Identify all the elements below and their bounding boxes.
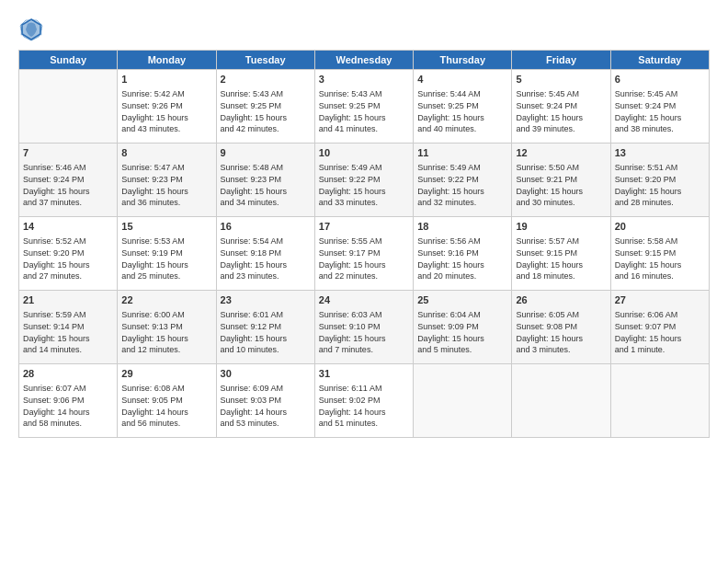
day-info: Sunset: 9:14 PM — [23, 321, 113, 333]
day-info: Daylight: 14 hours — [319, 407, 409, 419]
day-info: Daylight: 15 hours — [221, 333, 311, 345]
calendar-cell: 25Sunrise: 6:04 AMSunset: 9:09 PMDayligh… — [414, 291, 512, 364]
day-info: Sunset: 9:06 PM — [23, 395, 113, 407]
calendar-cell: 30Sunrise: 6:09 AMSunset: 9:03 PMDayligh… — [216, 364, 314, 438]
day-info: and 32 minutes. — [417, 197, 507, 209]
calendar-cell: 4Sunrise: 5:44 AMSunset: 9:25 PMDaylight… — [414, 70, 512, 144]
day-info: Sunset: 9:07 PM — [615, 321, 705, 333]
day-number: 27 — [615, 293, 705, 307]
day-info: Sunrise: 6:09 AM — [221, 383, 311, 395]
day-number: 31 — [319, 367, 409, 381]
day-info: Sunrise: 5:47 AM — [121, 162, 211, 174]
day-info: Daylight: 15 hours — [516, 112, 606, 124]
calendar-week: 7Sunrise: 5:46 AMSunset: 9:24 PMDaylight… — [19, 144, 710, 217]
day-info: Sunrise: 6:04 AM — [417, 309, 507, 321]
day-number: 21 — [23, 293, 113, 307]
day-header: Thursday — [414, 51, 512, 70]
calendar-cell: 18Sunrise: 5:56 AMSunset: 9:16 PMDayligh… — [414, 217, 512, 291]
day-info: Sunset: 9:15 PM — [516, 247, 606, 259]
calendar-cell: 5Sunrise: 5:45 AMSunset: 9:24 PMDaylight… — [512, 70, 610, 144]
day-info: Daylight: 15 hours — [319, 112, 409, 124]
day-info: and 43 minutes. — [121, 123, 211, 135]
calendar-cell: 28Sunrise: 6:07 AMSunset: 9:06 PMDayligh… — [19, 364, 118, 438]
day-info: Sunset: 9:03 PM — [221, 395, 311, 407]
header-row: SundayMondayTuesdayWednesdayThursdayFrid… — [19, 51, 710, 70]
day-info: Sunrise: 6:07 AM — [23, 383, 113, 395]
day-info: Sunset: 9:25 PM — [319, 100, 409, 112]
day-info: Daylight: 15 hours — [121, 333, 211, 345]
calendar-cell: 19Sunrise: 5:57 AMSunset: 9:15 PMDayligh… — [512, 217, 610, 291]
day-info: and 33 minutes. — [319, 197, 409, 209]
calendar-week: 1Sunrise: 5:42 AMSunset: 9:26 PMDaylight… — [19, 70, 710, 144]
calendar-cell — [19, 70, 118, 144]
calendar-cell: 31Sunrise: 6:11 AMSunset: 9:02 PMDayligh… — [314, 364, 413, 438]
day-info: Sunset: 9:25 PM — [417, 100, 507, 112]
day-info: Sunset: 9:24 PM — [516, 100, 606, 112]
day-info: Daylight: 15 hours — [615, 112, 705, 124]
day-number: 14 — [23, 220, 113, 234]
day-number: 17 — [319, 220, 409, 234]
day-info: Sunrise: 5:48 AM — [221, 162, 311, 174]
day-info: Sunrise: 5:49 AM — [417, 162, 507, 174]
calendar-cell: 3Sunrise: 5:43 AMSunset: 9:25 PMDaylight… — [314, 70, 413, 144]
day-info: Sunrise: 6:01 AM — [221, 309, 311, 321]
day-info: Sunrise: 5:43 AM — [221, 88, 311, 100]
day-info: Sunset: 9:17 PM — [319, 247, 409, 259]
header — [18, 17, 710, 42]
day-info: Sunset: 9:23 PM — [121, 174, 211, 186]
day-info: Sunset: 9:24 PM — [23, 174, 113, 186]
day-info: and 42 minutes. — [221, 123, 311, 135]
calendar-cell: 24Sunrise: 6:03 AMSunset: 9:10 PMDayligh… — [314, 291, 413, 364]
day-info: and 10 minutes. — [221, 344, 311, 356]
calendar-cell: 2Sunrise: 5:43 AMSunset: 9:25 PMDaylight… — [216, 70, 314, 144]
calendar-cell: 15Sunrise: 5:53 AMSunset: 9:19 PMDayligh… — [118, 217, 216, 291]
day-info: Daylight: 14 hours — [121, 407, 211, 419]
day-header: Tuesday — [216, 51, 314, 70]
day-info: Sunset: 9:09 PM — [417, 321, 507, 333]
day-number: 24 — [319, 293, 409, 307]
calendar-cell: 26Sunrise: 6:05 AMSunset: 9:08 PMDayligh… — [512, 291, 610, 364]
day-info: Sunrise: 5:55 AM — [319, 236, 409, 247]
day-info: Sunset: 9:10 PM — [319, 321, 409, 333]
day-info: and 36 minutes. — [121, 197, 211, 209]
day-info: and 18 minutes. — [516, 270, 606, 282]
day-number: 20 — [615, 220, 705, 234]
calendar-cell: 27Sunrise: 6:06 AMSunset: 9:07 PMDayligh… — [610, 291, 709, 364]
day-info: Sunrise: 6:05 AM — [516, 309, 606, 321]
day-info: Daylight: 15 hours — [516, 333, 606, 345]
logo — [18, 17, 48, 42]
day-info: Sunset: 9:22 PM — [417, 174, 507, 186]
day-info: Sunset: 9:21 PM — [516, 174, 606, 186]
day-info: Sunset: 9:02 PM — [319, 395, 409, 407]
day-info: Sunset: 9:08 PM — [516, 321, 606, 333]
day-info: Daylight: 15 hours — [319, 186, 409, 198]
day-number: 1 — [121, 73, 211, 86]
day-info: and 30 minutes. — [516, 197, 606, 209]
day-info: Daylight: 15 hours — [221, 112, 311, 124]
day-info: Sunrise: 5:54 AM — [221, 236, 311, 247]
day-number: 12 — [516, 146, 606, 160]
calendar-cell: 12Sunrise: 5:50 AMSunset: 9:21 PMDayligh… — [512, 144, 610, 217]
calendar-cell: 29Sunrise: 6:08 AMSunset: 9:05 PMDayligh… — [118, 364, 216, 438]
day-info: Daylight: 15 hours — [121, 112, 211, 124]
calendar-cell — [512, 364, 610, 438]
calendar-week: 28Sunrise: 6:07 AMSunset: 9:06 PMDayligh… — [19, 364, 710, 438]
day-number: 5 — [516, 73, 606, 86]
day-number: 7 — [23, 146, 113, 160]
day-info: Sunset: 9:20 PM — [23, 247, 113, 259]
day-info: Sunrise: 5:57 AM — [516, 236, 606, 247]
day-info: Sunrise: 5:45 AM — [615, 88, 705, 100]
calendar-cell: 22Sunrise: 6:00 AMSunset: 9:13 PMDayligh… — [118, 291, 216, 364]
day-info: Daylight: 15 hours — [417, 186, 507, 198]
day-number: 18 — [417, 220, 507, 234]
day-info: Sunset: 9:15 PM — [615, 247, 705, 259]
day-info: Sunset: 9:24 PM — [615, 100, 705, 112]
day-info: Sunset: 9:23 PM — [221, 174, 311, 186]
day-info: Daylight: 15 hours — [319, 259, 409, 271]
day-info: and 7 minutes. — [319, 344, 409, 356]
day-info: and 27 minutes. — [23, 270, 113, 282]
day-info: Sunrise: 6:03 AM — [319, 309, 409, 321]
day-info: Sunset: 9:26 PM — [121, 100, 211, 112]
day-info: and 51 minutes. — [319, 418, 409, 430]
day-number: 25 — [417, 293, 507, 307]
